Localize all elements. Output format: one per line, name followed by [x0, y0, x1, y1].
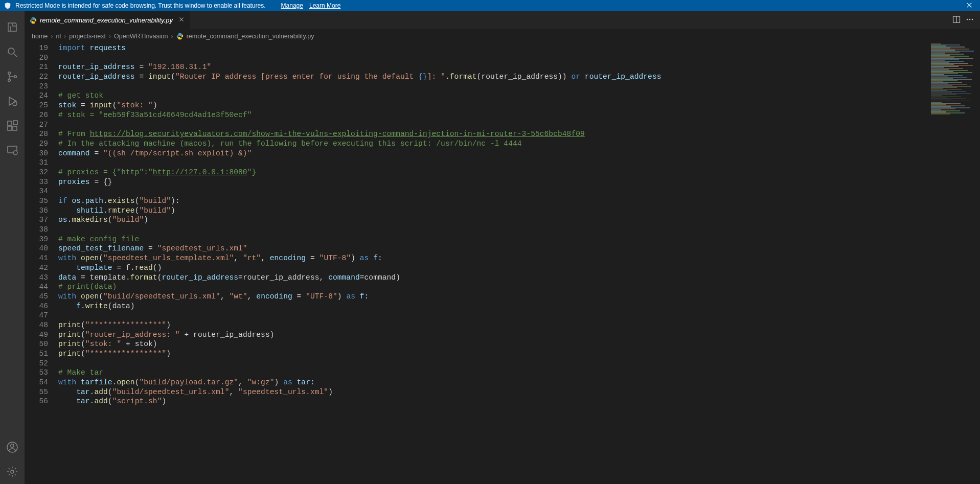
svg-point-2 [8, 79, 11, 82]
restricted-mode-banner: Restricted Mode is intended for safe cod… [0, 0, 980, 11]
breadcrumb-item[interactable]: remote_command_execution_vulnerability.p… [187, 33, 314, 40]
python-file-icon [176, 33, 184, 40]
svg-point-3 [14, 76, 17, 78]
breadcrumb-item[interactable]: home [32, 33, 48, 40]
svg-rect-8 [13, 121, 17, 125]
run-debug-icon[interactable] [0, 89, 25, 113]
editor-tab[interactable]: remote_command_execution_vulnerability.p… [25, 11, 191, 29]
tab-bar: remote_command_execution_vulnerability.p… [25, 11, 980, 29]
svg-rect-5 [8, 121, 12, 125]
banner-text: Restricted Mode is intended for safe cod… [15, 2, 266, 9]
python-file-icon [30, 17, 37, 24]
line-number-gutter: 1920212223242526272829303132333435363738… [25, 43, 58, 484]
more-actions-icon[interactable] [966, 15, 974, 25]
chevron-right-icon: › [64, 33, 66, 40]
remote-explorer-icon[interactable] [0, 138, 25, 163]
split-editor-icon[interactable] [952, 15, 961, 25]
activity-bar [0, 11, 25, 484]
svg-point-1 [8, 72, 11, 75]
svg-rect-7 [13, 126, 17, 130]
shield-icon [4, 2, 11, 9]
svg-point-10 [13, 151, 17, 155]
accounts-icon[interactable] [0, 435, 25, 459]
code-editor[interactable]: 1920212223242526272829303132333435363738… [25, 43, 980, 484]
banner-close-button[interactable] [963, 1, 976, 11]
breadcrumb-item[interactable]: nl [56, 33, 61, 40]
editor-region: remote_command_execution_vulnerability.p… [25, 11, 980, 484]
search-icon[interactable] [0, 40, 25, 64]
breadcrumb-item[interactable]: projects-next [69, 33, 106, 40]
chevron-right-icon: › [51, 33, 53, 40]
tab-filename: remote_command_execution_vulnerability.p… [40, 16, 173, 24]
chevron-right-icon: › [171, 33, 173, 40]
chevron-right-icon: › [109, 33, 111, 40]
source-control-icon[interactable] [0, 64, 25, 89]
settings-gear-icon[interactable] [0, 459, 25, 484]
code-content[interactable]: import requests router_ip_address = "192… [58, 43, 980, 484]
svg-point-0 [8, 48, 14, 54]
svg-point-17 [972, 19, 973, 20]
svg-point-16 [969, 19, 971, 20]
breadcrumb-item[interactable]: OpenWRTInvasion [114, 33, 168, 40]
svg-rect-6 [8, 126, 12, 130]
svg-point-12 [11, 444, 14, 447]
extensions-icon[interactable] [0, 113, 25, 138]
banner-manage-link[interactable]: Manage [281, 2, 303, 9]
editor-actions [952, 11, 980, 29]
banner-learn-link[interactable]: Learn More [309, 2, 340, 9]
breadcrumbs[interactable]: home › nl › projects-next › OpenWRTInvas… [25, 29, 980, 43]
svg-point-15 [967, 19, 968, 20]
tab-close-icon[interactable] [178, 16, 185, 25]
explorer-icon[interactable] [0, 15, 25, 40]
svg-point-13 [11, 470, 14, 473]
